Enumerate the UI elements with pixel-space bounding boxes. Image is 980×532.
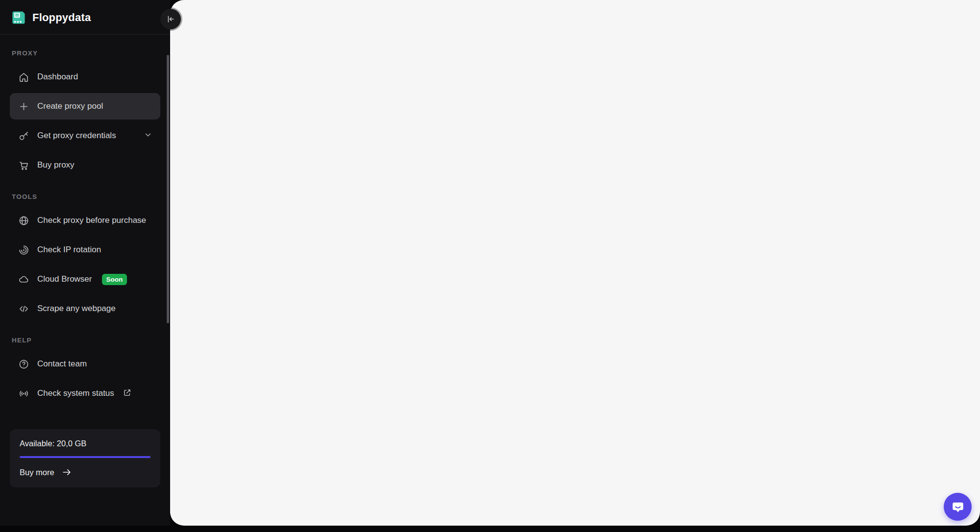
buy-more-link[interactable]: Buy more: [20, 467, 151, 478]
sidebar-item-cloud-browser[interactable]: Cloud Browser Soon: [10, 266, 160, 292]
sidebar-item-dashboard[interactable]: Dashboard: [10, 64, 160, 90]
brand: Floppydata: [0, 0, 170, 34]
sidebar-item-label: Contact team: [37, 359, 87, 369]
sidebar-item-label: Buy proxy: [37, 160, 75, 170]
floppydata-logo-icon: [11, 10, 26, 25]
soon-badge: Soon: [102, 274, 127, 285]
sidebar-item-check-ip-rotation[interactable]: Check IP rotation: [10, 237, 160, 263]
collapse-left-icon: [166, 14, 176, 24]
sidebar-item-check-proxy-before-purchase[interactable]: Check proxy before purchase: [10, 207, 160, 234]
section-label-help: HELP: [12, 337, 160, 344]
buy-more-label: Buy more: [20, 468, 54, 477]
sidebar-divider: [0, 34, 170, 35]
key-icon: [18, 130, 29, 142]
sidebar-collapse-button[interactable]: [160, 9, 181, 29]
usage-card: Available: 20,0 GB Buy more: [10, 429, 160, 487]
plus-icon: [18, 100, 29, 112]
status-broadcast-icon: [18, 387, 29, 399]
sidebar-item-label: Create proxy pool: [37, 101, 103, 111]
section-label-proxy: PROXY: [12, 49, 160, 57]
sidebar-item-scrape-any-webpage[interactable]: Scrape any webpage: [10, 295, 160, 322]
cloud-icon: [18, 273, 29, 285]
help-circle-icon: [18, 358, 29, 370]
main-surface: [170, 0, 980, 526]
sidebar-item-label: Check system status: [37, 388, 114, 398]
sidebar-item-label: Scrape any webpage: [37, 304, 116, 314]
chat-widget-button[interactable]: [944, 493, 972, 521]
section-label-tools: TOOLS: [12, 193, 160, 200]
sidebar-item-contact-team[interactable]: Contact team: [10, 351, 160, 377]
sidebar: Floppydata PROXY Dashboard Create proxy …: [0, 0, 170, 526]
cart-icon: [18, 159, 29, 171]
sidebar-item-label: Dashboard: [37, 72, 78, 82]
usage-progress-bar: [20, 456, 151, 458]
code-icon: [18, 303, 29, 314]
sidebar-item-label: Get proxy credentials: [37, 131, 116, 141]
sidebar-nav: PROXY Dashboard Create proxy pool Get pr…: [0, 49, 170, 407]
sidebar-scrollbar[interactable]: [167, 55, 169, 323]
chat-icon: [951, 500, 965, 514]
sidebar-item-create-proxy-pool[interactable]: Create proxy pool: [10, 93, 160, 120]
globe-icon: [18, 215, 29, 226]
sidebar-item-label: Check proxy before purchase: [37, 216, 146, 225]
arrow-right-icon: [61, 467, 72, 478]
sidebar-item-check-system-status[interactable]: Check system status: [10, 380, 160, 407]
usage-available-label: Available: 20,0 GB: [20, 439, 151, 448]
ip-rotation-icon: [18, 244, 29, 256]
sidebar-item-get-proxy-credentials[interactable]: Get proxy credentials: [10, 122, 160, 149]
sidebar-item-buy-proxy[interactable]: Buy proxy: [10, 152, 160, 178]
chevron-down-icon: [144, 130, 152, 141]
brand-name: Floppydata: [32, 11, 91, 24]
home-icon: [18, 71, 29, 83]
external-link-icon: [123, 388, 131, 399]
sidebar-item-label: Check IP rotation: [37, 245, 101, 255]
sidebar-item-label: Cloud Browser: [37, 274, 92, 284]
